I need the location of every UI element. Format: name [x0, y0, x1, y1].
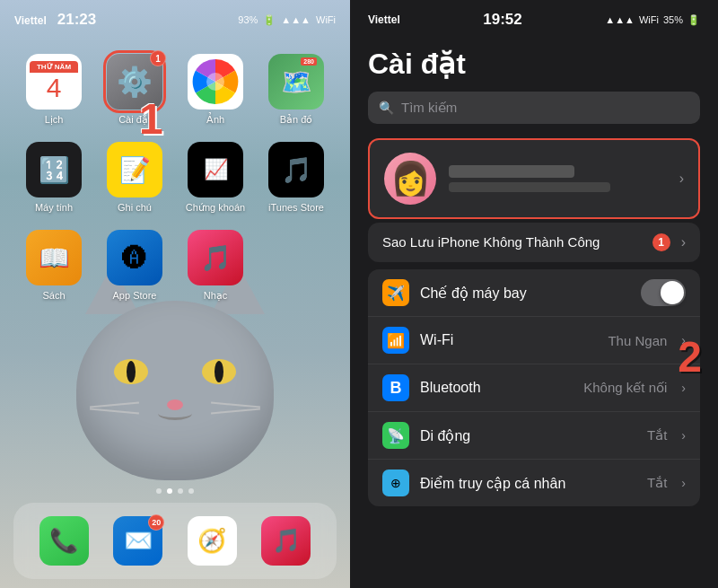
profile-name-blurred	[449, 165, 574, 178]
hotspot-icon: ⊕	[382, 470, 409, 496]
cat-head	[76, 301, 274, 480]
settings-row-mobile[interactable]: 📡 Di động Tắt ›	[368, 412, 700, 460]
cat-eye-right	[202, 359, 236, 384]
app-label-maps: Bản đồ	[280, 114, 313, 126]
search-placeholder-right: Tìm kiếm	[401, 100, 457, 116]
bluetooth-chevron: ›	[681, 381, 686, 395]
app-item-music[interactable]: 🎵 Nhạc	[180, 230, 251, 302]
battery-percent-icon: 93%	[238, 14, 258, 25]
dot-4	[188, 488, 194, 494]
left-phone-screen: Viettel 21:23 93% 🔋 ▲▲▲ WiFi THỨ NĂM 4 L…	[0, 0, 350, 588]
backup-row[interactable]: Sao Lưu iPhone Không Thành Công 1 ›	[368, 223, 700, 262]
app-item-notes[interactable]: 📝 Ghi chú	[99, 142, 171, 214]
settings-row-hotspot[interactable]: ⊕ Điểm truy cập cá nhân Tắt ›	[368, 460, 700, 506]
cat-whisker	[90, 408, 139, 415]
stocks-icon: 📈	[188, 142, 243, 197]
signal-icon: ▲▲▲	[281, 14, 311, 25]
app-item-calculator[interactable]: 🔢 Máy tính	[18, 142, 90, 214]
app-item-appstore[interactable]: 🅐 App Store	[99, 230, 171, 302]
wifi-icon-right: WiFi	[639, 14, 659, 25]
settings-row-bluetooth[interactable]: B Bluetooth Không kết nối ›	[368, 364, 700, 412]
app-item-calendar[interactable]: THỨ NĂM 4 Lịch	[18, 54, 90, 126]
battery-icon: 🔋	[263, 14, 276, 26]
airplane-toggle[interactable]	[641, 279, 686, 306]
battery-icon-right: 🔋	[687, 14, 700, 26]
mobile-label: Di động	[420, 427, 636, 444]
maps-icon: 🗺️ 280	[268, 54, 324, 110]
app-label-notes: Ghi chú	[118, 202, 152, 213]
cat-pupil-left	[127, 361, 136, 382]
bluetooth-icon: B	[382, 374, 409, 401]
app-label-calculator: Máy tính	[35, 202, 73, 213]
airplane-icon: ✈️	[382, 279, 409, 306]
right-phone-screen: Viettel 19:52 ▲▲▲ WiFi 35% 🔋 Cài đặt 🔍 T…	[350, 0, 718, 588]
app-label-calendar: Lịch	[45, 114, 64, 126]
hotspot-value: Tắt	[647, 475, 667, 491]
notes-icon: 📝	[107, 142, 162, 197]
profile-card[interactable]: 👩 ›	[368, 138, 700, 219]
mobile-chevron: ›	[681, 428, 686, 443]
app-label-photos: Ảnh	[206, 114, 224, 126]
mobile-icon: 📡	[382, 422, 409, 449]
app-label-books: Sách	[42, 290, 65, 301]
bluetooth-value: Không kết nối	[583, 380, 667, 396]
itunes-icon: 🎵	[268, 142, 324, 197]
cat-illustration	[67, 283, 283, 516]
app-label-music: Nhạc	[204, 290, 228, 302]
dock-item-phone[interactable]: 📞	[39, 516, 89, 566]
time-display-right: 19:52	[483, 11, 521, 29]
dock-music-icon: 🎵	[261, 516, 311, 566]
wifi-icon-left: WiFi	[316, 14, 336, 25]
photos-pinwheel	[188, 54, 243, 110]
settings-row-airplane[interactable]: ✈️ Chế độ máy bay	[368, 269, 700, 317]
cat-whisker	[211, 408, 260, 415]
app-label-stocks: Chứng khoán	[186, 202, 245, 214]
profile-info	[449, 165, 667, 192]
settings-section-main: ✈️ Chế độ máy bay 📶 Wi-Fi Thu Ngan › B B…	[368, 269, 700, 506]
status-icons-left: 93% 🔋 ▲▲▲ WiFi	[238, 14, 336, 26]
step-2-label: 2	[678, 332, 702, 382]
dock-item-safari[interactable]: 🧭	[188, 516, 237, 566]
calendar-header: THỨ NĂM	[30, 61, 78, 73]
app-label-appstore: App Store	[113, 290, 157, 301]
app-item-maps[interactable]: 🗺️ 280 Bản đồ	[260, 54, 332, 126]
airplane-label: Chế độ máy bay	[420, 285, 630, 302]
time-display-left: 21:23	[57, 11, 96, 29]
app-grid: THỨ NĂM 4 Lịch ⚙️ 1 Cài đặt	[0, 45, 350, 311]
status-bar-right: Viettel 19:52 ▲▲▲ WiFi 35% 🔋	[350, 0, 718, 39]
search-bar[interactable]: 🔍 Tìm kiếm	[368, 92, 700, 124]
backup-label: Sao Lưu iPhone Không Thành Công	[382, 234, 642, 250]
app-item-itunes[interactable]: 🎵 iTunes Store	[260, 142, 332, 214]
dock-phone-icon: 📞	[39, 516, 89, 566]
cat-mouth	[158, 407, 192, 420]
cat-pupil-right	[215, 361, 223, 382]
backup-chevron: ›	[681, 234, 686, 250]
signal-icon-right: ▲▲▲	[605, 14, 635, 25]
carrier-time-group: Viettel 21:23	[14, 11, 96, 29]
mobile-value: Tắt	[647, 427, 667, 443]
app-item-stocks[interactable]: 📈 Chứng khoán	[180, 142, 251, 214]
carrier-label-right: Viettel	[368, 13, 400, 26]
dock-safari-icon: 🧭	[188, 516, 237, 566]
hotspot-label: Điểm truy cập cá nhân	[420, 475, 636, 492]
photos-icon	[188, 54, 243, 110]
hotspot-chevron: ›	[681, 476, 686, 490]
calendar-day: 4	[47, 73, 62, 102]
profile-sub-blurred	[449, 182, 610, 192]
music-icon: 🎵	[188, 230, 243, 285]
settings-row-wifi[interactable]: 📶 Wi-Fi Thu Ngan ›	[368, 317, 700, 364]
books-icon: 📖	[26, 230, 82, 285]
app-item-books[interactable]: 📖 Sách	[18, 230, 90, 302]
status-icons-right: ▲▲▲ WiFi 35% 🔋	[605, 14, 700, 26]
dock-item-music[interactable]: 🎵	[261, 516, 311, 566]
wifi-label: Wi-Fi	[420, 332, 597, 348]
backup-badge: 1	[652, 233, 670, 251]
dock: 📞 ✉️ 20 🧭 🎵	[13, 503, 337, 579]
page-indicator	[0, 488, 350, 494]
app-item-photos[interactable]: Ảnh	[180, 54, 251, 126]
dock-item-mail[interactable]: ✉️ 20	[113, 516, 162, 566]
cat-whisker	[90, 402, 139, 408]
toggle-thumb	[661, 281, 684, 304]
search-icon-right: 🔍	[379, 101, 394, 115]
profile-chevron: ›	[679, 171, 684, 187]
